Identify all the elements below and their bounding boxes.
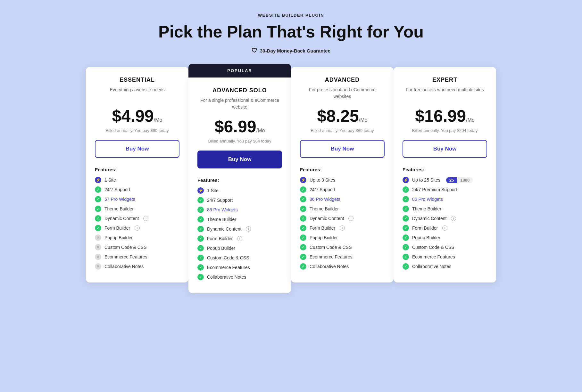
- feature-item: ✓Form Builderi: [300, 225, 385, 231]
- feature-item: ✓Dynamic Contenti: [403, 215, 487, 222]
- plan-desc-essential: Everything a website needs: [95, 86, 179, 100]
- feature-text: Ecommerce Features: [310, 254, 353, 259]
- feature-text: Up to 25 Sites: [412, 177, 440, 183]
- feature-text: Ecommerce Features: [412, 254, 455, 259]
- feature-item: ✓Form Builderi: [95, 225, 179, 231]
- plans-container: ESSENTIALEverything a website needs $4.9…: [83, 67, 499, 293]
- feature-item: ✓Collaborative Notes: [197, 274, 282, 280]
- price-amount-advanced-solo: $6.99: [215, 117, 256, 136]
- plan-price-expert: $16.99/Mo: [403, 106, 487, 126]
- check-icon: ✓: [300, 186, 306, 193]
- plan-price-advanced: $8.25/Mo: [300, 106, 385, 126]
- feature-item: ✕Custom Code & CSS: [95, 244, 179, 250]
- info-icon: i: [143, 216, 148, 221]
- plan-card-advanced-solo: ADVANCED SOLOFor a single professional &…: [188, 78, 291, 293]
- check-icon: ✓: [197, 216, 204, 223]
- badge-25: 25: [446, 177, 457, 183]
- plan-wrapper-essential: ESSENTIALEverything a website needs $4.9…: [86, 67, 188, 282]
- check-icon: ✓: [95, 196, 101, 202]
- buy-button-expert[interactable]: Buy Now: [403, 140, 487, 158]
- plan-desc-advanced-solo: For a single professional & eCommerce we…: [197, 97, 282, 110]
- check-icon: ✓: [197, 274, 204, 280]
- feature-list-expert: ⚡Up to 25 Sites 25 1000 ✓24/7 Premium Su…: [403, 177, 487, 270]
- feature-link[interactable]: 86 Pro Widgets: [310, 197, 340, 202]
- check-icon: ✓: [403, 206, 409, 212]
- feature-item: ✓Theme Builder: [300, 206, 385, 212]
- feature-text: 24/7 Support: [104, 187, 130, 192]
- page-header: WEBSITE BUILDER PLUGIN Pick the Plan Tha…: [6, 13, 576, 54]
- price-period-essential: /Mo: [154, 117, 162, 123]
- check-icon: ✓: [403, 196, 409, 202]
- feature-text: Collaborative Notes: [207, 274, 246, 280]
- plan-price-essential: $4.99/Mo: [95, 106, 179, 126]
- feature-item: ✓Custom Code & CSS: [197, 255, 282, 261]
- buy-button-essential[interactable]: Buy Now: [95, 140, 179, 158]
- check-icon: ✓: [95, 206, 101, 212]
- feature-item: ✓86 Pro Widgets: [403, 196, 487, 202]
- feature-text: 24/7 Support: [310, 187, 335, 192]
- feature-item: ⚡1 Site: [197, 187, 282, 194]
- feature-item: ✓Theme Builder: [95, 206, 179, 212]
- feature-list-essential: ⚡1 Site✓24/7 Support✓57 Pro Widgets✓Them…: [95, 177, 179, 270]
- feature-text: Ecommerce Features: [207, 265, 250, 270]
- page-title: Pick the Plan That's Right for You: [6, 23, 576, 41]
- feature-item: ⚡Up to 25 Sites 25 1000: [403, 177, 487, 183]
- feature-item: ✓Popup Builder: [197, 245, 282, 251]
- plan-name-advanced-solo: ADVANCED SOLO: [197, 87, 282, 94]
- feature-item: ✓Form Builderi: [403, 225, 487, 231]
- x-icon: ✕: [95, 263, 101, 270]
- check-icon: ✓: [197, 226, 204, 232]
- feature-item: ✓Custom Code & CSS: [403, 244, 487, 250]
- feature-item: ✓Dynamic Contenti: [95, 215, 179, 222]
- feature-item: ✕Popup Builder: [95, 234, 179, 241]
- feature-text: 1 Site: [104, 177, 116, 183]
- plan-card-expert: EXPERTFor freelancers who need multiple …: [394, 67, 496, 282]
- buy-button-advanced-solo[interactable]: Buy Now: [197, 151, 282, 168]
- guarantee-text: 30-Day Money-Back Guarantee: [260, 48, 330, 53]
- guarantee-badge: 🛡 30-Day Money-Back Guarantee: [252, 47, 330, 54]
- feature-list-advanced: ⚡Up to 3 Sites✓24/7 Support✓86 Pro Widge…: [300, 177, 385, 270]
- price-billing-advanced: Billed annually. You pay $99 today: [300, 128, 385, 133]
- features-label-expert: Features:: [403, 167, 487, 172]
- check-icon: ✓: [197, 235, 204, 242]
- check-icon: ✓: [403, 254, 409, 260]
- buy-button-advanced[interactable]: Buy Now: [300, 140, 385, 158]
- price-billing-essential: Billed annually. You pay $60 today: [95, 128, 179, 133]
- check-icon: ✓: [197, 245, 204, 251]
- feature-item: ✓24/7 Support: [197, 197, 282, 203]
- check-icon: ✓: [197, 264, 204, 271]
- feature-text: Collaborative Notes: [412, 264, 451, 269]
- plan-desc-expert: For freelancers who need multiple sites: [403, 86, 487, 100]
- feature-link[interactable]: 57 Pro Widgets: [104, 197, 135, 202]
- feature-text: Form Builder: [207, 236, 233, 241]
- feature-item: ✓24/7 Premium Support: [403, 186, 487, 193]
- feature-item: ✕Collaborative Notes: [95, 263, 179, 270]
- features-label-essential: Features:: [95, 167, 179, 172]
- info-icon: i: [340, 225, 345, 231]
- feature-text: Theme Builder: [412, 206, 441, 211]
- feature-link[interactable]: 86 Pro Widgets: [412, 197, 443, 202]
- plan-card-advanced: ADVANCEDFor professional and eCommerce w…: [291, 67, 394, 282]
- check-icon: ✓: [300, 215, 306, 222]
- check-icon: ✓: [197, 197, 204, 203]
- feature-item: ✓Ecommerce Features: [197, 264, 282, 271]
- feature-item: ✓Custom Code & CSS: [300, 244, 385, 250]
- feature-text: Dynamic Content: [207, 226, 241, 232]
- popular-badge: POPULAR: [188, 64, 291, 78]
- check-icon: ✓: [300, 234, 306, 241]
- check-icon: ✓: [300, 254, 306, 260]
- feature-text: 1 Site: [207, 188, 219, 193]
- plan-desc-advanced: For professional and eCommerce websites: [300, 86, 385, 100]
- sites-badges: 25 1000: [446, 177, 473, 183]
- feature-text: Custom Code & CSS: [412, 245, 454, 250]
- feature-link[interactable]: 86 Pro Widgets: [207, 207, 238, 212]
- feature-text: Form Builder: [412, 225, 438, 231]
- check-icon: ✓: [197, 255, 204, 261]
- info-icon: ⚡: [95, 177, 101, 183]
- price-billing-advanced-solo: Billed annually. You pay $84 today: [197, 139, 282, 143]
- feature-item: ✕Ecommerce Features: [95, 254, 179, 260]
- check-icon: ✓: [300, 196, 306, 202]
- price-amount-advanced: $8.25: [317, 107, 359, 125]
- info-icon: i: [442, 225, 447, 231]
- feature-text: Custom Code & CSS: [104, 245, 147, 250]
